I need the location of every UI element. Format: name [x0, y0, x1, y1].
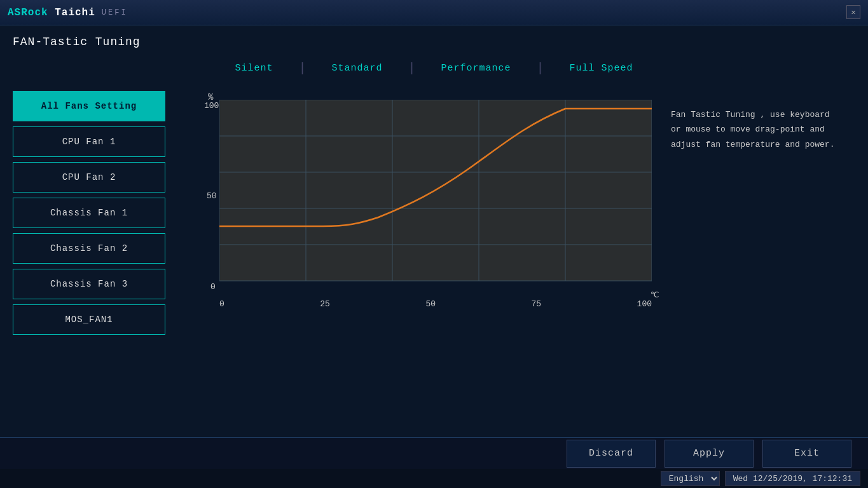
chart-y-100: 100: [204, 101, 219, 111]
datetime-display: Wed 12/25/2019, 17:12:31: [725, 471, 860, 486]
status-bar: English Wed 12/25/2019, 17:12:31: [0, 469, 868, 488]
sidebar-btn-cpu-fan-1[interactable]: CPU Fan 1: [13, 126, 165, 157]
divider-1: |: [298, 61, 306, 76]
fan-curve-chart[interactable]: [219, 100, 652, 297]
header-bar: ASRock Taichi UEFI ✕: [0, 0, 868, 25]
tab-performance[interactable]: Performance: [416, 63, 537, 74]
brand-logo: ASRock Taichi: [8, 7, 95, 18]
sidebar-btn-cpu-fan-2[interactable]: CPU Fan 2: [13, 162, 165, 193]
divider-2: |: [408, 61, 415, 76]
x-label-100: 100: [637, 299, 652, 309]
content-area: All Fans Setting CPU Fan 1 CPU Fan 2 Cha…: [13, 88, 855, 479]
chart-y-50: 50: [207, 191, 217, 201]
x-label-50: 50: [425, 299, 436, 309]
apply-button[interactable]: Apply: [665, 440, 754, 468]
tab-silent[interactable]: Silent: [209, 63, 298, 74]
chart-container: % 100 50 0: [207, 88, 855, 479]
celsius-label: ℃: [651, 290, 659, 300]
sidebar-btn-all-fans[interactable]: All Fans Setting: [13, 91, 165, 121]
sidebar-btn-mos-fan1[interactable]: MOS_FAN1: [13, 304, 165, 335]
x-label-75: 75: [531, 299, 541, 309]
x-label-0: 0: [219, 299, 224, 309]
chart-y-0: 0: [210, 282, 216, 292]
action-bar: Discard Apply Exit: [0, 437, 868, 469]
tab-standard[interactable]: Standard: [306, 63, 408, 74]
x-label-25: 25: [320, 299, 330, 309]
sidebar-btn-chassis-fan-3[interactable]: Chassis Fan 3: [13, 269, 165, 299]
language-select[interactable]: English: [661, 471, 720, 486]
info-text: Fan Tastic Tuning , use keyboardor mouse…: [671, 107, 868, 152]
discard-button[interactable]: Discard: [567, 440, 656, 468]
info-text-content: Fan Tastic Tuning , use keyboardor mouse…: [671, 110, 834, 149]
fan-sidebar: All Fans Setting CPU Fan 1 CPU Fan 2 Cha…: [13, 88, 175, 479]
preset-tabs: Silent | Standard | Performance | Full S…: [13, 55, 855, 88]
main-content: Silent | Standard | Performance | Full S…: [0, 55, 868, 479]
close-button[interactable]: ✕: [846, 5, 860, 19]
sidebar-btn-chassis-fan-1[interactable]: Chassis Fan 1: [13, 198, 165, 228]
sidebar-btn-chassis-fan-2[interactable]: Chassis Fan 2: [13, 233, 165, 264]
page-title: FAN-Tastic Tuning: [0, 25, 868, 55]
divider-3: |: [537, 61, 544, 76]
exit-button[interactable]: Exit: [762, 440, 851, 468]
firmware-label: UEFI: [102, 8, 128, 17]
x-axis-labels: 0 25 50 75 100: [219, 299, 652, 309]
tab-full-speed[interactable]: Full Speed: [544, 63, 659, 74]
brand-name: ASRock: [8, 7, 48, 18]
